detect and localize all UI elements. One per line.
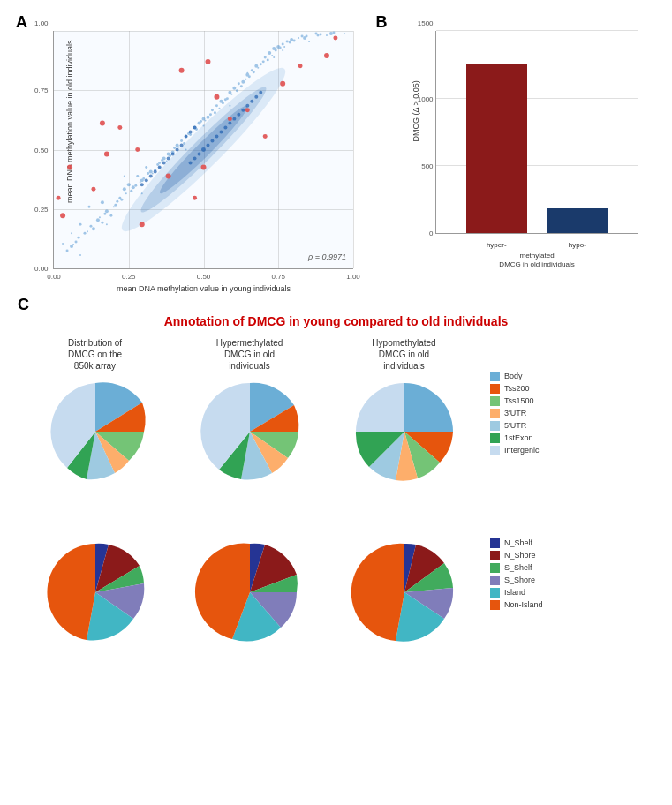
svg-point-125: [293, 39, 296, 41]
svg-point-145: [232, 117, 236, 121]
svg-point-46: [329, 32, 333, 35]
svg-point-59: [89, 225, 92, 228]
y-tick-50: 0.50: [34, 146, 49, 154]
svg-point-108: [282, 49, 283, 51]
svg-point-138: [189, 131, 193, 134]
svg-point-175: [280, 81, 285, 87]
svg-point-78: [87, 230, 88, 232]
svg-point-160: [214, 94, 219, 100]
svg-point-113: [134, 184, 137, 187]
svg-point-5: [96, 218, 100, 222]
pie-col-cpg-dist: [18, 498, 172, 650]
legend-item-nshore: N_Shore: [490, 551, 654, 560]
svg-point-21: [211, 109, 214, 111]
svg-point-161: [228, 117, 232, 121]
scatter-svg: [54, 31, 353, 268]
svg-point-94: [298, 37, 299, 39]
svg-point-80: [113, 206, 115, 207]
legend-item-nonisland: Non-Island: [490, 600, 654, 610]
svg-point-76: [315, 32, 318, 34]
legend-label-island: Island: [504, 588, 525, 597]
legend-label-5utr: 5'UTR: [504, 421, 526, 430]
svg-point-159: [201, 164, 207, 169]
panel-c-title: Annotation of DMCG in young compared to …: [18, 314, 654, 328]
svg-point-114: [147, 172, 149, 175]
svg-point-83: [152, 172, 154, 174]
pie-cpg-hypo: [347, 535, 462, 650]
svg-point-70: [236, 89, 238, 92]
svg-point-134: [215, 135, 218, 139]
svg-point-88: [218, 108, 220, 109]
svg-point-63: [142, 177, 145, 180]
bar-y-axis-label: DMCG (Δ > 0.05): [411, 111, 419, 142]
svg-point-150: [254, 95, 258, 99]
legend-item-sshore: S_Shore: [490, 576, 654, 585]
legend-row1: Body Tss200 Tss1500 3'UTR: [481, 372, 654, 455]
svg-point-120: [226, 97, 229, 100]
svg-point-54: [241, 80, 245, 84]
svg-point-142: [219, 131, 223, 134]
pie-dist850k-svg: [38, 374, 153, 489]
pie-label-dist850k: Distribution ofDMCG on the850k array: [68, 337, 122, 371]
svg-point-39: [215, 104, 218, 107]
svg-point-136: [185, 135, 188, 139]
svg-point-133: [193, 156, 197, 160]
legend-label-sshelf: S_Shelf: [504, 563, 532, 572]
svg-point-4: [84, 232, 87, 235]
legend-label-tss200: Tss200: [504, 384, 530, 393]
legend-item-nshelf: N_Shelf: [490, 538, 654, 548]
pie-hypometh-svg: [347, 374, 462, 489]
svg-point-90: [245, 79, 246, 80]
gridline-v4: [353, 31, 354, 268]
svg-point-65: [169, 154, 171, 157]
y-tick-25: 0.25: [34, 205, 49, 213]
svg-point-103: [229, 105, 230, 107]
svg-point-72: [262, 60, 265, 63]
svg-point-147: [241, 109, 245, 112]
svg-point-106: [246, 72, 248, 74]
bar-hyper: [466, 64, 527, 233]
svg-point-131: [198, 152, 201, 155]
bar-y-tick-1500: 1500: [418, 19, 434, 27]
x-tick-25: 0.25: [122, 273, 136, 281]
legend-swatch-nonisland: [490, 600, 500, 610]
svg-point-115: [161, 159, 163, 162]
svg-point-109: [344, 33, 345, 34]
svg-point-123: [267, 58, 269, 61]
svg-point-60: [103, 213, 106, 215]
svg-point-71: [248, 75, 251, 78]
svg-point-73: [275, 49, 277, 51]
x-tick-100: 1.00: [346, 273, 360, 281]
svg-point-157: [145, 178, 148, 182]
svg-point-52: [206, 116, 209, 119]
bar-y-tick-1000: 1000: [418, 94, 434, 102]
svg-point-158: [140, 183, 144, 186]
svg-point-132: [210, 139, 214, 143]
svg-point-153: [162, 161, 166, 164]
pie-cpg-hypo-svg: [347, 535, 462, 650]
svg-point-95: [79, 254, 81, 256]
bar-x-label-hypo: hypo-: [569, 241, 586, 249]
svg-point-135: [189, 161, 193, 164]
pie-col-cpg-hyper: [172, 498, 327, 650]
legend-swatch-island: [490, 588, 500, 598]
pie-col-hypometh: HypomethylatedDMCG in oldindividuals: [327, 337, 481, 489]
svg-point-172: [324, 53, 329, 58]
legend-label-nshore: N_Shore: [504, 551, 536, 560]
svg-point-42: [268, 51, 271, 55]
legend-swatch-1stexon: [490, 433, 500, 443]
svg-point-128: [332, 31, 335, 34]
svg-point-163: [245, 108, 250, 112]
svg-point-140: [193, 126, 197, 130]
legend-item-1stexon: 1stExon: [490, 433, 654, 443]
legend-item-sshelf: S_Shelf: [490, 563, 654, 573]
pie-row-2: N_Shelf N_Shore S_Shelf S_Shore: [18, 498, 654, 650]
bar-chart-inner: 0 500 1000 1500 hyper- hypo- methylated …: [435, 31, 638, 234]
svg-point-91: [257, 67, 259, 69]
svg-point-127: [320, 33, 322, 35]
svg-point-122: [253, 71, 255, 73]
bar-x-label-hyper: hyper-: [487, 241, 507, 249]
svg-point-81: [125, 192, 127, 194]
legend-swatch-tss200: [490, 384, 500, 394]
pie-cpg-dist: [38, 535, 153, 650]
